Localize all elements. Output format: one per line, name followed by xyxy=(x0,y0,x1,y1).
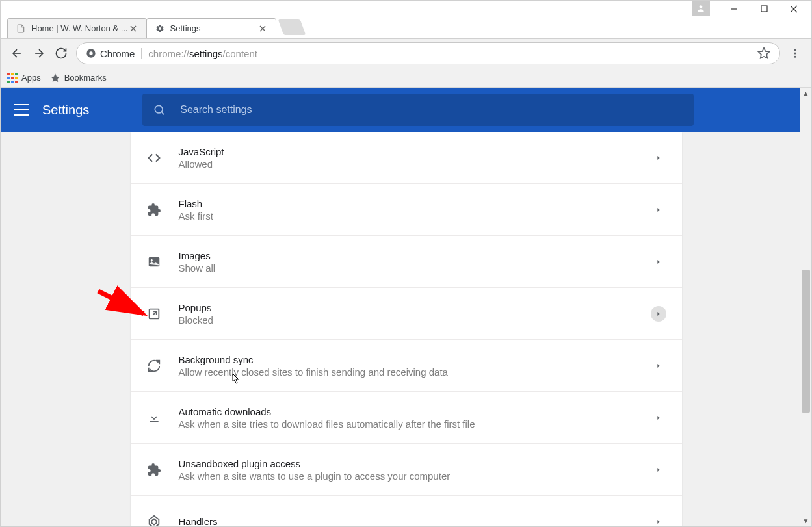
chevron-right-icon xyxy=(651,202,666,218)
popup-icon xyxy=(146,307,162,321)
svg-marker-26 xyxy=(151,519,156,524)
chevron-right-icon xyxy=(651,462,666,478)
reload-button[interactable] xyxy=(50,42,72,64)
tab-strip: Home | W. W. Norton & ... Settings xyxy=(1,17,811,38)
bookmarks-bar: Apps Bookmarks xyxy=(1,68,811,88)
search-input[interactable] xyxy=(179,103,683,116)
new-tab-button[interactable] xyxy=(278,19,306,35)
maximize-button[interactable] xyxy=(749,1,779,17)
menu-icon[interactable] xyxy=(14,102,29,118)
row-title: Automatic downloads xyxy=(179,406,475,417)
content-row-automatic-downloads[interactable]: Automatic downloadsAsk when a site tries… xyxy=(131,392,682,444)
svg-point-16 xyxy=(794,56,796,58)
chevron-right-icon xyxy=(651,306,666,322)
file-icon xyxy=(16,23,26,34)
star-icon xyxy=(50,73,60,83)
tab-title: Home | W. W. Norton & ... xyxy=(31,23,128,33)
forward-button[interactable] xyxy=(28,42,50,64)
bookmark-star-icon[interactable] xyxy=(757,47,770,60)
content-row-images[interactable]: ImagesShow all xyxy=(131,236,682,288)
search-icon xyxy=(153,103,166,116)
svg-rect-2 xyxy=(761,6,767,12)
menu-button[interactable] xyxy=(784,42,806,64)
scroll-thumb[interactable] xyxy=(802,270,810,413)
scroll-down-icon[interactable]: ▼ xyxy=(800,515,811,526)
extension-icon xyxy=(146,203,162,217)
row-subtitle: Show all xyxy=(179,263,216,274)
browser-window: Home | W. W. Norton & ... Settings Chrom… xyxy=(0,0,812,527)
search-settings[interactable] xyxy=(142,94,694,126)
content-row-popups[interactable]: PopupsBlocked xyxy=(131,288,682,340)
row-subtitle: Ask first xyxy=(179,211,213,222)
minimize-button[interactable] xyxy=(719,1,749,17)
toolbar: Chrome chrome://settings/content xyxy=(1,38,811,68)
settings-header: Settings xyxy=(1,88,811,132)
svg-marker-25 xyxy=(149,515,159,527)
user-profile-icon[interactable] xyxy=(692,1,710,16)
content-row-javascript[interactable]: JavaScriptAllowed xyxy=(131,132,682,184)
svg-point-22 xyxy=(150,259,152,261)
row-title: JavaScript xyxy=(179,146,224,157)
chevron-right-icon xyxy=(651,410,666,426)
chevron-right-icon xyxy=(651,514,666,528)
page-content: Settings JavaScriptAllowedFlashAsk first… xyxy=(1,88,811,526)
row-subtitle: Allowed xyxy=(179,159,224,170)
row-title: Flash xyxy=(179,198,213,209)
svg-line-19 xyxy=(162,112,164,115)
chevron-right-icon xyxy=(651,254,666,270)
security-label: Chrome xyxy=(100,48,135,59)
extension-icon xyxy=(146,463,162,477)
chevron-right-icon xyxy=(651,150,666,166)
svg-marker-13 xyxy=(759,48,770,58)
apps-label: Apps xyxy=(21,73,41,83)
apps-icon xyxy=(7,73,18,83)
row-title: Background sync xyxy=(179,354,448,365)
chrome-icon xyxy=(86,48,96,58)
download-icon xyxy=(146,411,162,424)
browser-tab-norton[interactable]: Home | W. W. Norton & ... xyxy=(7,18,147,38)
close-icon[interactable] xyxy=(128,23,138,34)
row-title: Images xyxy=(179,250,216,261)
row-title: Handlers xyxy=(179,516,218,527)
handlers-icon xyxy=(146,515,162,528)
content-row-handlers[interactable]: Handlers xyxy=(131,496,682,527)
settings-title: Settings xyxy=(42,103,89,118)
gear-icon xyxy=(155,23,165,34)
row-subtitle: Allow recently closed sites to finish se… xyxy=(179,366,448,378)
content-row-unsandboxed-plugin-access[interactable]: Unsandboxed plugin accessAsk when a site… xyxy=(131,444,682,496)
svg-point-14 xyxy=(794,49,796,51)
content-row-flash[interactable]: FlashAsk first xyxy=(131,184,682,236)
row-subtitle: Ask when a site wants to use a plugin to… xyxy=(179,470,451,482)
row-subtitle: Blocked xyxy=(179,315,213,326)
svg-point-18 xyxy=(155,105,163,113)
content-settings-panel: JavaScriptAllowedFlashAsk firstImagesSho… xyxy=(131,132,682,527)
content-row-background-sync[interactable]: Background syncAllow recently closed sit… xyxy=(131,340,682,392)
security-chip[interactable]: Chrome xyxy=(86,48,142,59)
svg-point-15 xyxy=(794,53,796,55)
apps-shortcut[interactable]: Apps xyxy=(7,73,41,83)
chevron-right-icon xyxy=(651,358,666,374)
address-bar[interactable]: Chrome chrome://settings/content xyxy=(76,42,780,64)
window-titlebar xyxy=(1,1,811,17)
close-icon[interactable] xyxy=(257,23,268,34)
back-button[interactable] xyxy=(6,42,28,64)
browser-tab-settings[interactable]: Settings xyxy=(146,18,276,38)
scrollbar[interactable]: ▲ ▼ xyxy=(800,88,811,526)
code-icon xyxy=(146,151,162,165)
bookmarks-label: Bookmarks xyxy=(64,73,107,83)
svg-marker-17 xyxy=(51,73,59,82)
svg-point-0 xyxy=(700,5,703,8)
image-icon xyxy=(146,255,162,269)
url-text: chrome://settings/content xyxy=(148,48,257,59)
close-window-button[interactable] xyxy=(779,1,809,17)
bookmarks-shortcut[interactable]: Bookmarks xyxy=(50,73,107,83)
row-title: Unsandboxed plugin access xyxy=(179,458,451,469)
svg-rect-24 xyxy=(150,421,158,422)
scroll-up-icon[interactable]: ▲ xyxy=(800,88,811,99)
sync-icon xyxy=(146,359,162,373)
svg-point-12 xyxy=(89,51,92,55)
row-subtitle: Ask when a site tries to download files … xyxy=(179,418,475,430)
row-title: Popups xyxy=(179,302,213,313)
tab-title: Settings xyxy=(170,23,257,33)
